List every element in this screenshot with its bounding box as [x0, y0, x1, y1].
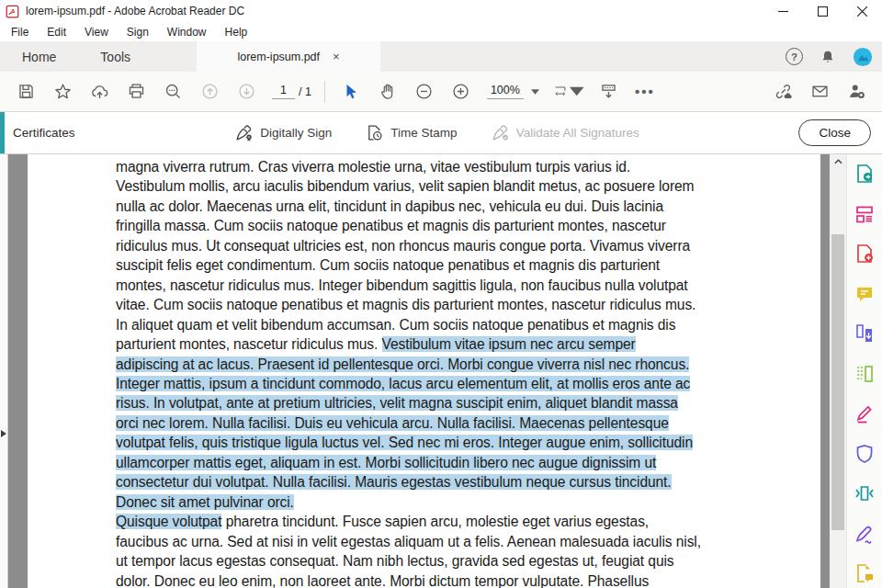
notifications-bell-icon[interactable]	[819, 48, 837, 66]
email-icon[interactable]	[808, 80, 831, 104]
select-tool-icon[interactable]	[339, 80, 363, 104]
fit-width-icon[interactable]	[553, 80, 584, 104]
page-number-input[interactable]: 1	[272, 84, 295, 99]
document-line[interactable]: parturient montes, nascetur ridiculus mu…	[116, 334, 820, 354]
document-line[interactable]: adipiscing at ac lacus. Praesent id pell…	[116, 355, 820, 374]
scroll-up-icon[interactable]	[830, 154, 846, 168]
selected-text[interactable]: adipiscing at ac lacus. Praesent id pell…	[116, 356, 689, 372]
document-text-segment[interactable]: suscipit felis eget condimentum. Cum soc…	[116, 257, 660, 273]
add-user-icon[interactable]	[844, 80, 868, 104]
fill-sign-icon[interactable]	[854, 523, 876, 545]
document-text-segment[interactable]: pharetra tincidunt. Fusce sapien arcu, m…	[221, 514, 649, 529]
document-line[interactable]: fringilla massa. Cum sociis natoque pena…	[116, 216, 820, 235]
document-text-segment[interactable]: parturient montes, nascetur ridiculus mu…	[116, 336, 382, 352]
comment-icon[interactable]	[854, 283, 876, 305]
combine-files-icon[interactable]	[854, 322, 876, 345]
document-line[interactable]: magna viverra rutrum. Cras viverra moles…	[116, 157, 820, 176]
selected-text[interactable]: Quisque volutpat	[116, 514, 221, 529]
document-text-segment[interactable]: fringilla massa. Cum sociis natoque pena…	[116, 218, 666, 233]
document-line[interactable]: orci nec lorem. Nulla facilisi. Duis eu …	[116, 413, 820, 433]
save-icon[interactable]	[14, 80, 38, 104]
export-pdf-icon[interactable]	[854, 163, 876, 185]
expand-panel-icon[interactable]	[1, 430, 6, 437]
document-text-segment[interactable]: ut tempor lacus egestas consequat. Nam n…	[116, 553, 674, 569]
send-for-comments-icon[interactable]	[854, 562, 876, 584]
document-line[interactable]: nulla ac dolor. Maecenas urna elit, tinc…	[116, 197, 820, 216]
document-line[interactable]: Donec sit amet pulvinar orci.	[116, 492, 820, 512]
document-text-segment[interactable]: ridiculus mus. Ut consequat ultricies es…	[116, 238, 690, 254]
document-text-segment[interactable]: montes, nascetur ridiculus mus. Integer …	[116, 277, 688, 293]
document-line[interactable]: vitae. Cum sociis natoque penatibus et m…	[116, 295, 820, 314]
selected-text[interactable]: Vestibulum vitae ipsum nec arcu semper	[382, 336, 636, 352]
pdf-page[interactable]: magna viverra rutrum. Cras viverra moles…	[28, 154, 820, 588]
help-icon[interactable]: ?	[786, 48, 803, 65]
zoom-caret-icon[interactable]	[531, 89, 539, 95]
document-line[interactable]: suscipit felis eget condimentum. Cum soc…	[116, 255, 820, 275]
selected-text[interactable]: Donec sit amet pulvinar orci.	[116, 494, 294, 510]
menu-view[interactable]: View	[75, 24, 118, 40]
compress-pdf-icon[interactable]	[854, 482, 876, 504]
minimize-icon[interactable]	[763, 0, 803, 22]
zoom-level-value[interactable]: 100%	[487, 84, 524, 99]
document-text-segment[interactable]: magna viverra rutrum. Cras viverra moles…	[116, 159, 630, 175]
menu-window[interactable]: Window	[158, 24, 216, 40]
zoom-out-icon[interactable]	[413, 80, 436, 104]
search-icon[interactable]	[161, 80, 185, 104]
menu-sign[interactable]: Sign	[118, 24, 158, 40]
scrollbar-thumb[interactable]	[831, 234, 844, 530]
menu-file[interactable]: File	[2, 24, 38, 40]
navigation-pane-collapsed[interactable]	[0, 154, 8, 588]
create-pdf-icon[interactable]	[854, 243, 876, 265]
document-line[interactable]: consectetur dui volutpat. Nulla facilisi…	[116, 472, 820, 492]
tab-close-icon[interactable]: ×	[333, 51, 340, 62]
tab-document[interactable]: lorem-ipsum.pdf ×	[197, 41, 380, 72]
menu-edit[interactable]: Edit	[38, 24, 75, 40]
maximize-icon[interactable]	[803, 0, 842, 22]
user-avatar[interactable]	[853, 47, 873, 67]
more-options-icon[interactable]: •••	[635, 84, 655, 99]
zoom-control[interactable]: 100%	[487, 84, 539, 99]
upload-cloud-icon[interactable]	[87, 80, 111, 104]
edit-pdf-icon[interactable]	[854, 203, 876, 225]
close-icon[interactable]	[842, 0, 882, 22]
digitally-sign-button[interactable]: Digitally Sign	[234, 123, 332, 142]
document-text-segment[interactable]: In aliquet quam et velit bibendum accums…	[116, 317, 675, 333]
document-line[interactable]: montes, nascetur ridiculus mus. Integer …	[116, 276, 820, 295]
document-line[interactable]: ridiculus mus. Ut consequat ultricies es…	[116, 236, 820, 255]
document-line[interactable]: volutpat felis, quis tristique ligula lu…	[116, 433, 820, 452]
vertical-scrollbar[interactable]	[830, 154, 846, 588]
document-line[interactable]: dolor. Donec eu leo enim, non laoreet an…	[116, 571, 820, 588]
previous-page-icon[interactable]	[198, 80, 221, 104]
hand-tool-icon[interactable]	[376, 80, 400, 104]
document-line[interactable]: In aliquet quam et velit bibendum accums…	[116, 315, 820, 334]
selected-text[interactable]: risus. In volutpat, ante at pretium ultr…	[116, 395, 678, 411]
selected-text[interactable]: orci nec lorem. Nulla facilisi. Duis eu …	[116, 415, 669, 431]
document-line[interactable]: risus. In volutpat, ante at pretium ultr…	[116, 393, 820, 413]
document-line[interactable]: Integer mattis, ipsum a tincidunt commod…	[116, 374, 820, 393]
selected-text[interactable]: ullamcorper mattis eget, aliquam in est.…	[116, 455, 656, 470]
share-link-icon[interactable]	[771, 80, 795, 104]
validate-all-signatures-button[interactable]: Validate All Signatures	[491, 123, 639, 142]
print-icon[interactable]	[124, 80, 148, 104]
star-icon[interactable]	[51, 80, 74, 104]
close-button[interactable]: Close	[798, 119, 871, 146]
document-text-segment[interactable]: vitae. Cum sociis natoque penatibus et m…	[116, 297, 695, 312]
document-line[interactable]: Quisque volutpat pharetra tincidunt. Fus…	[116, 512, 820, 531]
tab-tools[interactable]: Tools	[78, 41, 153, 72]
protect-icon[interactable]	[854, 443, 876, 465]
zoom-in-icon[interactable]	[449, 80, 473, 104]
document-text-segment[interactable]: Vestibulum mollis, arcu iaculis bibendum…	[116, 178, 694, 194]
document-line[interactable]: ullamcorper mattis eget, aliquam in est.…	[116, 453, 820, 472]
tab-home[interactable]: Home	[0, 41, 78, 72]
highlight-icon[interactable]	[854, 402, 876, 424]
selected-text[interactable]: Integer mattis, ipsum a tincidunt commod…	[116, 376, 690, 391]
document-text-segment[interactable]: dolor. Donec eu leo enim, non laoreet an…	[116, 573, 649, 588]
organize-pages-icon[interactable]	[854, 363, 876, 385]
scroll-mode-icon[interactable]	[597, 80, 621, 104]
next-page-icon[interactable]	[234, 80, 258, 104]
document-line[interactable]: ut tempor lacus egestas consequat. Nam n…	[116, 551, 820, 571]
document-text-segment[interactable]: faucibus ac urna. Sed at nisi in velit e…	[116, 534, 701, 549]
selected-text[interactable]: volutpat felis, quis tristique ligula lu…	[116, 435, 693, 450]
document-line[interactable]: Vestibulum mollis, arcu iaculis bibendum…	[116, 176, 820, 196]
document-text-segment[interactable]: nulla ac dolor. Maecenas urna elit, tinc…	[116, 198, 663, 214]
